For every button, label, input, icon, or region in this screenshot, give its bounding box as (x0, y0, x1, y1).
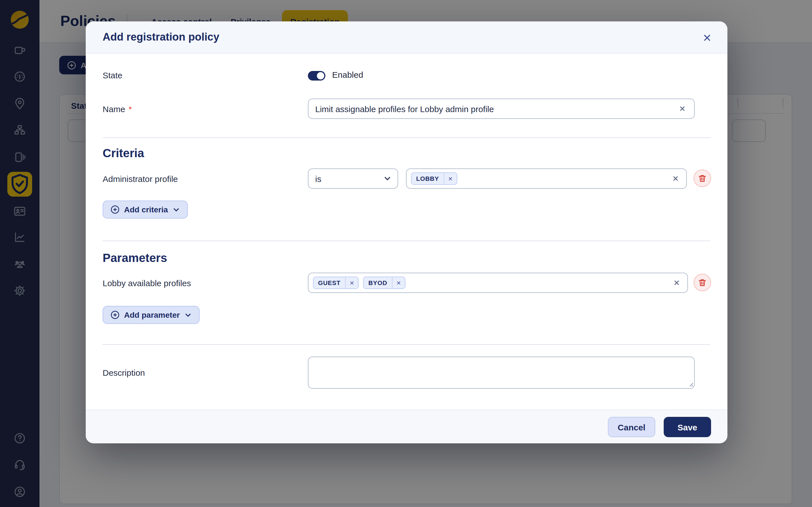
parameters-clear-icon[interactable]: ✕ (671, 277, 682, 288)
delete-parameter-button[interactable] (694, 274, 711, 291)
parameters-heading: Parameters (103, 251, 167, 265)
criteria-heading: Criteria (103, 147, 144, 160)
chevron-down-icon (384, 175, 391, 182)
add-registration-policy-modal: Add registration policy ✕ State Enabled … (86, 21, 727, 443)
chip-remove-icon[interactable]: ✕ (345, 277, 358, 288)
close-icon[interactable]: ✕ (699, 30, 715, 46)
toggle-knob (317, 72, 324, 79)
add-parameter-button[interactable]: Add parameter (103, 306, 200, 324)
section-divider (103, 137, 711, 138)
chip-guest: GUEST ✕ (313, 277, 359, 289)
chip-remove-icon[interactable]: ✕ (444, 173, 457, 184)
name-label: Name* (103, 99, 132, 119)
modal-footer: Cancel Save (86, 409, 727, 443)
state-label: State (103, 65, 122, 85)
cancel-button[interactable]: Cancel (608, 417, 655, 437)
trash-icon (698, 174, 707, 182)
chip-lobby: LOBBY ✕ (411, 172, 457, 185)
modal-header: Add registration policy ✕ (86, 21, 727, 54)
parameters-row-label: Lobby available profiles (103, 273, 191, 293)
criteria-values-multiselect[interactable]: LOBBY ✕ (406, 168, 687, 189)
operator-select[interactable]: is (308, 168, 398, 189)
delete-criteria-button[interactable] (694, 170, 711, 187)
application-root: Policies Access control Privileges Regis… (0, 0, 812, 507)
parameters-values-multiselect[interactable]: GUEST ✕ BYOD ✕ (308, 273, 688, 293)
required-asterisk: * (129, 104, 132, 114)
trash-icon (698, 278, 707, 287)
plus-circle-icon (110, 205, 119, 214)
criteria-row-label: Administrator profile (103, 168, 178, 189)
chevron-down-icon (172, 206, 180, 213)
criteria-clear-icon[interactable]: ✕ (670, 173, 681, 184)
description-label: Description (103, 362, 145, 383)
add-criteria-button[interactable]: Add criteria (103, 201, 188, 219)
section-divider (103, 240, 711, 241)
name-clear-icon[interactable]: ✕ (677, 103, 688, 114)
chevron-down-icon (185, 311, 192, 319)
state-value: Enabled (332, 70, 363, 81)
save-button[interactable]: Save (664, 417, 711, 437)
resize-handle-icon[interactable] (687, 380, 694, 387)
description-textarea[interactable] (308, 356, 695, 389)
plus-circle-icon (110, 311, 119, 320)
section-divider (103, 344, 711, 345)
name-input[interactable] (308, 99, 695, 119)
chip-byod: BYOD ✕ (363, 277, 406, 289)
chip-remove-icon[interactable]: ✕ (392, 277, 405, 288)
modal-title: Add registration policy (103, 31, 219, 43)
state-toggle[interactable] (308, 71, 325, 80)
